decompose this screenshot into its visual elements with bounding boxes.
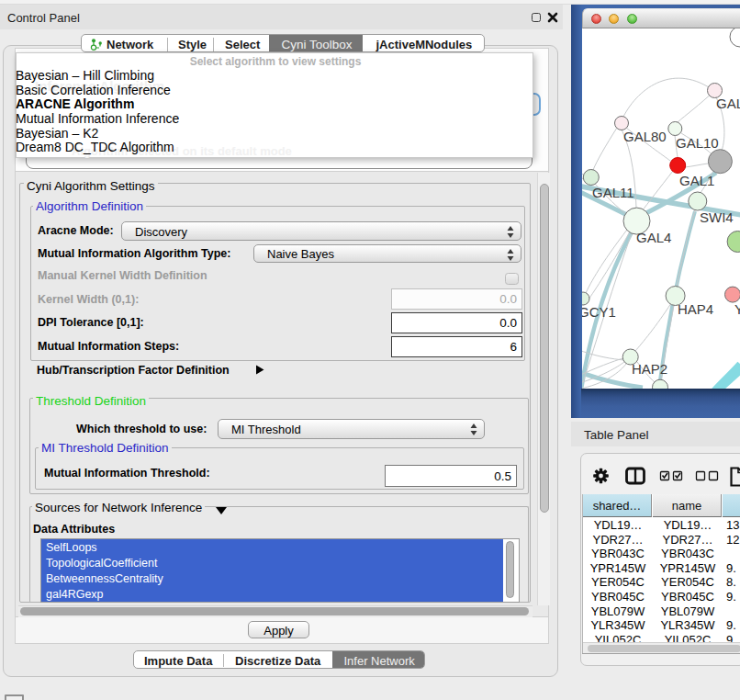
svg-text:HAP2: HAP2 xyxy=(632,361,667,377)
svg-text:GAL11: GAL11 xyxy=(592,185,634,200)
svg-text:GAL80: GAL80 xyxy=(623,129,667,144)
svg-text:GAL1: GAL1 xyxy=(679,173,714,188)
svg-text:GAL2: GAL2 xyxy=(716,96,740,111)
svg-text:GAL4: GAL4 xyxy=(636,230,671,245)
svg-text:HAP4: HAP4 xyxy=(678,301,713,317)
svg-text:GCY1: GCY1 xyxy=(582,304,616,320)
svg-text:YE: YE xyxy=(734,301,740,317)
svg-text:SWI4: SWI4 xyxy=(700,209,734,225)
svg-text:GAL10: GAL10 xyxy=(676,135,719,151)
